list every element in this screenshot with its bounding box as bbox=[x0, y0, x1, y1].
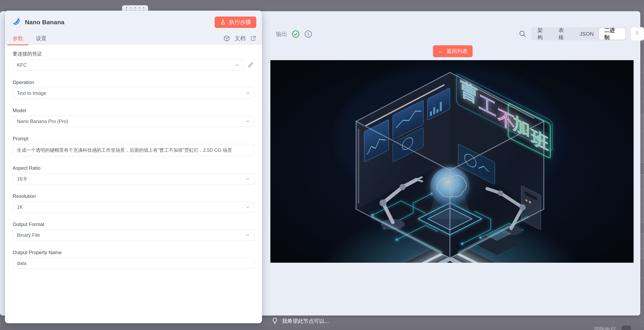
back-arrow: ← bbox=[438, 48, 444, 54]
node-title: Nano Banana bbox=[25, 19, 64, 26]
execute-step-label: 执行步骤 bbox=[229, 18, 251, 26]
chevron-down-icon bbox=[245, 176, 250, 182]
operation-label: Operation bbox=[13, 79, 254, 85]
node-settings-panel: Nano Banana 执行步骤 参数 设置 文档 bbox=[5, 10, 262, 323]
prompt-label: Prompt bbox=[13, 136, 254, 142]
resolution-select[interactable]: 1K bbox=[13, 202, 254, 213]
success-check-icon bbox=[292, 30, 300, 38]
view-tab-binary[interactable]: 二进制 bbox=[599, 28, 626, 39]
operation-value: Text to Image bbox=[17, 90, 46, 96]
parameters-form: 要连接的凭证 KFC Operation Text to I bbox=[5, 45, 262, 323]
resolution-label: Resolution bbox=[13, 193, 254, 199]
pin-data-button[interactable] bbox=[630, 27, 644, 40]
flask-icon bbox=[220, 19, 226, 25]
output-property-label: Output Property Name bbox=[13, 250, 254, 255]
credential-value: KFC bbox=[17, 62, 27, 68]
info-icon[interactable] bbox=[304, 30, 312, 38]
field-aspect-ratio: Aspect Ratio 16:9 bbox=[13, 165, 254, 184]
lightbulb-icon bbox=[272, 317, 278, 325]
tab-parameters[interactable]: 参数 bbox=[13, 35, 23, 42]
app-root: Nano Banana 执行步骤 参数 设置 文档 bbox=[0, 0, 644, 330]
external-link-icon[interactable] bbox=[250, 35, 256, 41]
execute-step-button[interactable]: 执行步骤 bbox=[215, 16, 256, 28]
field-output-format: Output Format Binary File bbox=[13, 222, 254, 241]
credential-select[interactable]: KFC bbox=[13, 59, 244, 70]
model-value: Nano Banana Pro (Pro) bbox=[17, 118, 68, 124]
pin-icon bbox=[634, 30, 641, 37]
node-settings-header: Nano Banana 执行步骤 参数 设置 文档 bbox=[5, 10, 262, 44]
field-resolution: Resolution 1K bbox=[13, 193, 254, 213]
canvas-side-panel-ghost bbox=[639, 174, 644, 223]
chevron-down-icon bbox=[245, 233, 250, 238]
model-label: Model bbox=[13, 108, 254, 113]
output-title: 输出 bbox=[276, 30, 287, 38]
output-property-value: data bbox=[17, 261, 26, 266]
prompt-input[interactable]: 生成一个透明的键帽里有个充满科技感的工作室场景，后面的墙上有“曹工不加班”霓虹灯… bbox=[13, 144, 254, 156]
chevron-down-icon bbox=[245, 119, 250, 124]
chevron-down-icon bbox=[245, 90, 250, 96]
canvas-side-panel-ghost bbox=[639, 234, 644, 259]
edit-pencil-icon[interactable] bbox=[247, 62, 254, 68]
tab-settings[interactable]: 设置 bbox=[36, 35, 46, 42]
output-format-value: Binary File bbox=[17, 232, 40, 238]
resolution-value: 1K bbox=[17, 204, 23, 210]
docs-link[interactable]: 文档 bbox=[235, 35, 246, 42]
chevron-down-icon bbox=[245, 204, 250, 210]
field-operation: Operation Text to Image bbox=[13, 79, 254, 99]
chevron-down-icon bbox=[234, 62, 240, 68]
generated-scene-illustration: 曹 工 不 加 班 bbox=[270, 60, 634, 263]
field-prompt: Prompt 生成一个透明的键帽里有个充满科技感的工作室场景，后面的墙上有“曹工… bbox=[13, 136, 254, 156]
output-property-input[interactable]: data bbox=[13, 258, 254, 269]
aspect-ratio-value: 16:9 bbox=[17, 176, 26, 182]
prompt-value: 生成一个透明的键帽里有个充满科技感的工作室场景，后面的墙上有“曹工不加班”霓虹灯… bbox=[17, 147, 232, 153]
output-format-select[interactable]: Binary File bbox=[13, 230, 254, 241]
back-to-list-label: 返回列表 bbox=[446, 48, 468, 55]
search-icon[interactable] bbox=[518, 29, 527, 38]
package-cube-icon[interactable] bbox=[223, 35, 230, 42]
field-output-property: Output Property Name data bbox=[13, 250, 254, 269]
clear-execution-label: 清除执行 bbox=[594, 326, 616, 330]
aspect-ratio-label: Aspect Ratio bbox=[13, 165, 254, 171]
field-credential: 要连接的凭证 KFC bbox=[13, 50, 254, 70]
aspect-ratio-select[interactable]: 16:9 bbox=[13, 173, 254, 184]
clear-execution-ghost: 清除执行 bbox=[594, 326, 631, 330]
model-select[interactable]: Nano Banana Pro (Pro) bbox=[13, 116, 254, 127]
feedback-label: 我希望此节点可以... bbox=[282, 318, 329, 325]
output-format-label: Output Format bbox=[13, 222, 254, 227]
operation-select[interactable]: Text to Image bbox=[13, 88, 254, 99]
node-feedback-link[interactable]: 我希望此节点可以... bbox=[272, 317, 329, 325]
field-model: Model Nano Banana Pro (Pro) bbox=[13, 108, 254, 127]
credential-label: 要连接的凭证 bbox=[13, 50, 254, 57]
view-tab-json[interactable]: JSON bbox=[574, 28, 599, 39]
view-tab-schema[interactable]: 架构 bbox=[532, 28, 553, 39]
back-to-list-button[interactable]: ← 返回列表 bbox=[433, 45, 472, 57]
banana-node-icon bbox=[13, 18, 21, 26]
canvas-side-panel-ghost bbox=[639, 114, 644, 163]
binary-image-preview: 曹 工 不 加 班 bbox=[270, 60, 634, 263]
canvas-ghost-icon bbox=[622, 326, 631, 330]
view-tab-table[interactable]: 表格 bbox=[553, 28, 574, 39]
output-view-switcher: 架构 表格 JSON 二进制 bbox=[531, 27, 626, 40]
